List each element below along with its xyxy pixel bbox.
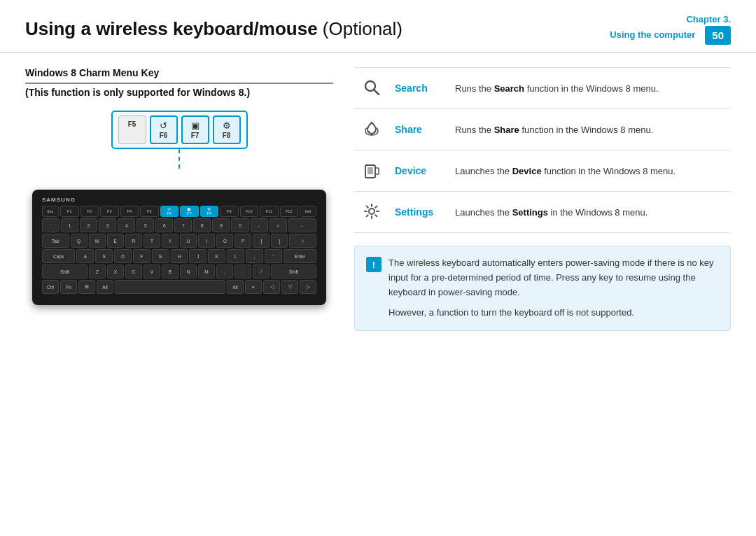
page-number: 50 (705, 26, 731, 45)
note-box: ! The wireless keyboard automatically en… (354, 246, 731, 330)
kb-num-row: ` 1 2 3 4 5 6 7 8 9 0 - = ← (42, 218, 316, 232)
note-icon: ! (366, 257, 382, 272)
kb-fn-row: Esc F1 F2 F3 F4 F5 ↺F6 ▣F7 ⚙F8 F9 F10 F1… (42, 206, 316, 217)
f7-key: ▣ F7 (181, 115, 209, 144)
keyboard-brand: SAMSUNG (42, 197, 316, 203)
keyboard-body: SAMSUNG Esc F1 F2 F3 F4 F5 ↺F6 ▣F7 ⚙F8 F… (32, 190, 326, 305)
svg-rect-3 (368, 167, 373, 174)
f6-key: ↺ F6 (150, 115, 178, 144)
f8-key: ⚙ F8 (213, 115, 241, 144)
svg-rect-4 (375, 168, 379, 174)
page-title: Using a wireless keyboard/mouse (Optiona… (25, 18, 402, 39)
settings-icon (362, 202, 382, 221)
search-icon (362, 78, 382, 97)
charm-name-settings: Settings (389, 192, 452, 233)
note-text: The wireless keyboard automatically ente… (388, 256, 719, 320)
charm-row: Search Runs the Search function in the W… (354, 68, 731, 109)
kb-bottom-row: Ctrl Fn ⊞ Alt Alt ≡ ◁ ▽ ▷ (42, 280, 316, 294)
charm-icon-cell-share (354, 109, 389, 150)
charm-icon-cell-settings (354, 192, 389, 233)
svg-point-5 (369, 209, 374, 214)
charm-name-search: Search (389, 68, 452, 109)
chapter-info: Chapter 3. Using the computer 50 (610, 13, 731, 45)
kb-zxcv-row: Shift Z X C V B N M , . / Shift (42, 265, 316, 278)
kb-asdf-row: Caps A S D F G H J K L ; ' Enter (42, 249, 316, 263)
charm-desc-share: Runs the Share function in the Windows 8… (452, 109, 731, 150)
kb-qwerty-row: Tab Q W E R T Y U I O P [ ] \ (42, 234, 316, 248)
share-icon (362, 119, 382, 139)
device-icon (362, 160, 382, 180)
page-title-block: Using a wireless keyboard/mouse (Optiona… (25, 18, 402, 40)
charm-row: Settings Launches the Settings in the Wi… (354, 192, 731, 233)
svg-line-1 (374, 90, 379, 95)
keyboard-illustration: F5 ↺ F6 ▣ F7 ⚙ F8 (25, 111, 333, 305)
charm-name-device: Device (389, 150, 452, 192)
page-header: Using a wireless keyboard/mouse (Optiona… (0, 0, 756, 53)
charm-name-share: Share (389, 109, 452, 150)
charm-row: Device Launches the Device function in t… (354, 150, 731, 192)
section-heading-line1: Windows 8 Charm Menu Key (25, 67, 333, 84)
f5-key: F5 (118, 115, 146, 144)
charm-icon-cell-search (354, 68, 389, 109)
charm-icon-cell-device (354, 150, 389, 192)
right-panel: Search Runs the Search function in the W… (354, 67, 731, 330)
left-panel: Windows 8 Charm Menu Key (This function … (25, 67, 333, 330)
charm-desc-settings: Launches the Settings in the Windows 8 m… (452, 192, 731, 233)
charm-desc-device: Launches the Device function in the Wind… (452, 150, 731, 192)
charm-table: Search Runs the Search function in the W… (354, 67, 731, 233)
charm-desc-search: Runs the Search function in the Windows … (452, 68, 731, 109)
main-content: Windows 8 Charm Menu Key (This function … (0, 53, 756, 344)
charm-row: Share Runs the Share function in the Win… (354, 109, 731, 150)
section-heading-line2: (This function is only supported for Win… (25, 87, 333, 98)
